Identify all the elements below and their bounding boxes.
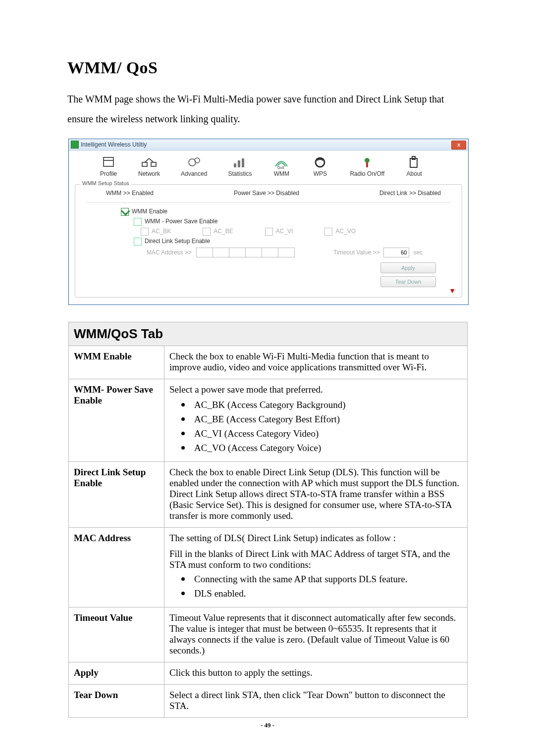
svg-point-13 (365, 158, 370, 163)
window-titlebar: Intelligent Wireless Utiltiy x (69, 139, 468, 151)
table-row: WMM- Power Save Enable Select a power sa… (69, 379, 468, 462)
svg-rect-9 (238, 160, 240, 167)
svg-rect-10 (242, 158, 244, 167)
ps-lead: Select a power save mode that preferred. (169, 384, 323, 395)
tear-down-button[interactable]: Tear Down (380, 276, 436, 287)
window-title: Intelligent Wireless Utiltiy (81, 141, 147, 148)
tab-network[interactable]: Network (138, 155, 160, 177)
status-direct-link: Direct Link >> Disabled (379, 190, 441, 197)
tab-radio[interactable]: Radio On/Off (350, 155, 384, 177)
apply-button[interactable]: Apply (380, 262, 436, 273)
tab-network-label: Network (138, 170, 160, 177)
list-item: Connecting with the same AP that support… (191, 572, 462, 585)
list-item: DLS enabled. (191, 587, 462, 599)
row-desc-dls-enable: Check the box to enable Direct Link Setu… (164, 462, 468, 528)
row-label-tear: Tear Down (69, 685, 164, 718)
row-label-ps-enable: WMM- Power Save Enable (69, 379, 164, 462)
tab-wps[interactable]: WPS (311, 155, 329, 177)
ac-be-checkbox[interactable] (203, 228, 211, 236)
table-row: Timeout Value Timeout Value represents t… (69, 607, 468, 662)
timeout-label: Timeout Value >> (333, 249, 379, 256)
intro-paragraph: The WMM page shows the Wi-Fi Multi-Media… (67, 89, 468, 129)
row-desc-timeout: Timeout Value represents that it disconn… (164, 607, 468, 662)
row-label-dls-enable: Direct Link Setup Enable (69, 462, 164, 528)
table-row: WMM Enable Check the box to enable Wi-Fi… (69, 346, 468, 379)
wmm-setup-status-group: WMM Setup Status WMM >> Enabled Power Sa… (75, 184, 462, 298)
table-row: Apply Click this button to apply the set… (69, 662, 468, 685)
row-desc-tear: Select a direct link STA, then click "Te… (164, 685, 468, 718)
statistics-icon (231, 155, 249, 169)
tab-wps-label: WPS (314, 170, 327, 177)
network-icon (140, 155, 158, 169)
ac-vi-checkbox[interactable] (265, 228, 273, 236)
tab-advanced[interactable]: Advanced (181, 155, 207, 177)
table-header: WMM/QoS Tab (69, 322, 468, 346)
page-number: - 49 - (0, 721, 535, 729)
ac-bk-checkbox[interactable] (141, 228, 149, 236)
table-row: MAC Address The setting of DLS( Direct L… (69, 528, 468, 607)
status-power-save: Power Save >> Disabled (234, 190, 299, 197)
gear-icon (185, 155, 203, 169)
tab-wmm-label: WMM (274, 170, 289, 177)
expand-arrow-icon[interactable]: ▼ (449, 287, 456, 295)
app-window: Intelligent Wireless Utiltiy x Profile N… (68, 139, 469, 305)
about-icon (405, 155, 423, 169)
svg-rect-2 (142, 162, 147, 166)
timeout-unit: sec (413, 249, 423, 256)
wmm-qos-table: WMM/QoS Tab WMM Enable Check the box to … (68, 322, 468, 718)
wps-icon (311, 155, 329, 169)
tab-about-label: About (407, 170, 422, 177)
mac-address-label: MAC Address >> (147, 249, 192, 256)
power-save-enable-checkbox[interactable] (134, 218, 142, 226)
list-item: AC_VI (Access Category Video) (191, 427, 462, 439)
group-legend: WMM Setup Status (80, 180, 131, 186)
mac-address-input[interactable] (196, 248, 295, 257)
tab-radio-label: Radio On/Off (350, 170, 384, 177)
mac-lead: The setting of DLS( Direct Link Setup) i… (169, 533, 462, 544)
app-icon (71, 141, 79, 149)
power-save-enable-label: WMM - Power Save Enable (145, 218, 217, 225)
row-label-mac: MAC Address (69, 528, 164, 607)
row-desc-apply: Click this button to apply the settings. (164, 662, 468, 685)
timeout-value-input[interactable] (383, 248, 409, 257)
row-label-timeout: Timeout Value (69, 607, 164, 662)
row-desc-mac: The setting of DLS( Direct Link Setup) i… (164, 528, 468, 607)
ac-vo-label: AC_VO (335, 228, 356, 235)
wmm-enable-label: WMM Enable (132, 208, 167, 215)
svg-rect-14 (366, 162, 368, 167)
ac-bk-label: AC_BK (152, 228, 171, 235)
row-label-apply: Apply (69, 662, 164, 685)
ac-be-label: AC_BE (214, 228, 233, 235)
ac-vi-label: AC_VI (276, 228, 293, 235)
table-row: Tear Down Select a direct link STA, then… (69, 685, 468, 718)
svg-line-4 (145, 158, 149, 162)
tab-statistics[interactable]: Statistics (228, 155, 252, 177)
row-label-wmm-enable: WMM Enable (69, 346, 164, 379)
svg-rect-0 (104, 157, 113, 166)
tab-profile-label: Profile (100, 170, 117, 177)
page-heading: WMM/ QoS (67, 58, 468, 77)
list-item: AC_BE (Access Category Best Effort) (191, 412, 462, 425)
row-desc-wmm-enable: Check the box to enable Wi-Fi Multi-Medi… (164, 346, 468, 379)
tab-about[interactable]: About (405, 155, 423, 177)
mac-para: Fill in the blanks of Direct Link with M… (169, 549, 462, 570)
svg-rect-3 (151, 162, 156, 166)
close-icon[interactable]: x (451, 141, 466, 150)
list-item: AC_BK (Access Category Background) (191, 398, 462, 410)
tab-statistics-label: Statistics (228, 170, 252, 177)
wmm-icon: QoS (272, 155, 290, 169)
profile-icon (100, 155, 117, 169)
row-desc-ps-enable: Select a power save mode that preferred.… (164, 379, 468, 462)
svg-line-5 (149, 158, 154, 162)
svg-text:QoS: QoS (277, 166, 284, 169)
ac-vo-checkbox[interactable] (324, 228, 332, 236)
tab-profile[interactable]: Profile (100, 155, 117, 177)
tab-wmm[interactable]: QoS WMM (272, 155, 290, 177)
dls-enable-checkbox[interactable] (134, 238, 142, 246)
list-item: AC_VO (Access Category Voice) (191, 441, 462, 454)
wmm-enable-checkbox[interactable] (121, 208, 129, 216)
table-row: Direct Link Setup Enable Check the box t… (69, 462, 468, 528)
radio-icon (358, 155, 376, 169)
dls-enable-label: Direct Link Setup Enable (145, 238, 210, 245)
status-wmm: WMM >> Enabled (106, 190, 154, 197)
